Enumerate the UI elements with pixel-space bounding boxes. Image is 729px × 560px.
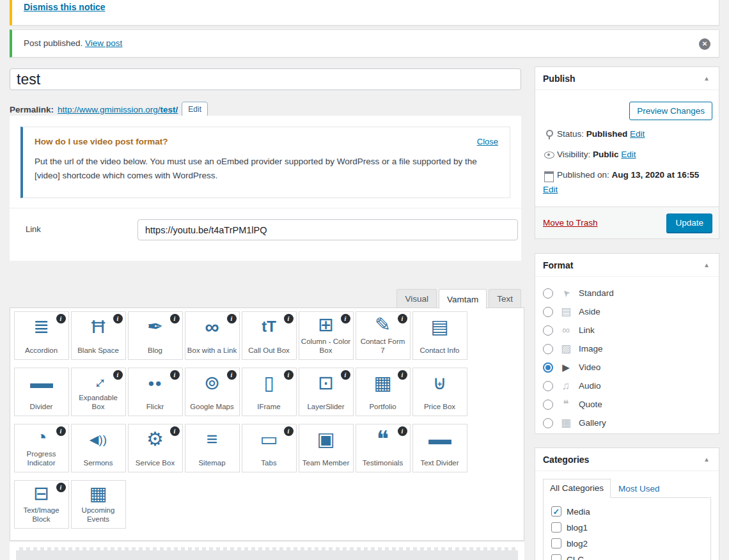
collapse-arrow-icon[interactable] bbox=[702, 74, 711, 83]
help-close-link[interactable]: Close bbox=[477, 137, 498, 146]
format-option[interactable]: ▤ Aside bbox=[543, 302, 711, 321]
builder-tile[interactable]: ⊡ LayerSlider bbox=[299, 368, 354, 416]
builder-tile[interactable]: ▬ Text Divider bbox=[412, 424, 467, 472]
checkbox[interactable] bbox=[551, 538, 561, 548]
edit-link[interactable]: Edit bbox=[621, 150, 636, 159]
info-icon[interactable] bbox=[284, 314, 294, 323]
permalink-url[interactable]: http://www.gmimission.org/test/ bbox=[58, 105, 178, 114]
checkbox[interactable] bbox=[551, 522, 561, 533]
info-icon[interactable] bbox=[398, 314, 407, 323]
post-content-area[interactable] bbox=[10, 542, 524, 560]
radio-button[interactable] bbox=[543, 400, 553, 410]
tab-all-categories[interactable]: All Categories bbox=[543, 479, 611, 498]
category-item[interactable]: blog2 bbox=[551, 538, 710, 548]
info-icon[interactable] bbox=[341, 314, 350, 323]
builder-tile[interactable]: ✎ Contact Form 7 bbox=[356, 311, 411, 360]
info-icon[interactable] bbox=[284, 370, 294, 380]
edit-link[interactable]: Edit bbox=[543, 185, 558, 194]
builder-tile[interactable]: ↔ Expandable Box bbox=[71, 368, 126, 416]
info-icon[interactable] bbox=[56, 314, 66, 323]
builder-tile[interactable]: ≡ Sitemap bbox=[185, 424, 240, 472]
collapse-arrow-icon[interactable] bbox=[702, 260, 711, 270]
info-icon[interactable] bbox=[170, 370, 180, 380]
info-icon[interactable] bbox=[398, 426, 407, 436]
tab-most-used[interactable]: Most Used bbox=[611, 480, 668, 497]
builder-tile[interactable]: ∞ Box with a Link bbox=[185, 311, 240, 360]
info-icon[interactable] bbox=[227, 314, 237, 323]
builder-tile[interactable]: ▯ IFrame bbox=[242, 368, 297, 416]
builder-tile[interactable]: ⊚ Google Maps bbox=[185, 368, 240, 416]
editor-tab[interactable]: Vamtam bbox=[439, 289, 487, 309]
link-icon: ∞ bbox=[559, 325, 573, 336]
radio-button[interactable] bbox=[543, 362, 553, 373]
builder-tile[interactable]: ◀)) Sermons bbox=[71, 424, 126, 472]
row-value: Aug 13, 2020 at 16:55 bbox=[612, 170, 700, 180]
dismiss-notice-link[interactable]: Dismiss this notice bbox=[24, 2, 106, 12]
tile-label: Google Maps bbox=[188, 398, 235, 416]
radio-button[interactable] bbox=[543, 307, 553, 317]
radio-button[interactable] bbox=[543, 288, 553, 299]
row-label: Status: bbox=[557, 129, 584, 139]
info-icon[interactable] bbox=[398, 370, 407, 380]
format-option[interactable]: ▶ Video bbox=[543, 358, 711, 377]
video-link-input[interactable] bbox=[137, 219, 518, 240]
tile-label: Column - Color Box bbox=[299, 338, 353, 359]
info-icon[interactable] bbox=[113, 370, 123, 380]
format-option[interactable]: ▨ Image bbox=[543, 339, 711, 358]
row-label: Visibility: bbox=[557, 150, 590, 159]
builder-tile[interactable]: ▦ Portfolio bbox=[356, 368, 411, 416]
info-icon[interactable] bbox=[341, 370, 350, 380]
tile-label: Sermons bbox=[81, 454, 114, 472]
collapse-arrow-icon[interactable] bbox=[702, 455, 711, 464]
builder-tile[interactable]: ◔ Progress Indicator bbox=[14, 424, 69, 472]
format-option[interactable]: ∞ Link bbox=[543, 321, 711, 339]
radio-button[interactable] bbox=[543, 344, 553, 354]
builder-tile[interactable]: ▬ Divider bbox=[14, 368, 69, 416]
builder-tile[interactable]: ▦ Upcoming Events bbox=[71, 480, 126, 529]
preview-changes-button[interactable]: Preview Changes bbox=[629, 102, 712, 120]
format-option[interactable]: ▦ Gallery bbox=[543, 414, 711, 432]
info-icon[interactable] bbox=[170, 314, 180, 323]
info-icon[interactable] bbox=[284, 426, 294, 436]
info-icon[interactable] bbox=[227, 370, 237, 380]
radio-button[interactable] bbox=[543, 381, 553, 391]
format-option[interactable]: ❝ Quote bbox=[543, 395, 711, 414]
checkbox[interactable] bbox=[551, 506, 561, 517]
pushpin-icon: ➤ bbox=[558, 285, 574, 301]
builder-tile[interactable]: ⚙ Service Box bbox=[128, 424, 183, 472]
info-icon[interactable] bbox=[113, 314, 123, 323]
tile-label: Divider bbox=[28, 398, 55, 416]
edit-link[interactable]: Edit bbox=[630, 129, 645, 139]
info-icon[interactable] bbox=[170, 426, 180, 436]
builder-tile[interactable]: ▤ Contact Info bbox=[412, 311, 467, 360]
close-icon[interactable] bbox=[699, 38, 710, 50]
builder-tile[interactable]: ●● Flickr bbox=[128, 368, 183, 416]
info-icon[interactable] bbox=[56, 483, 66, 492]
category-item[interactable]: Media bbox=[551, 506, 710, 517]
view-post-link[interactable]: View post bbox=[85, 38, 122, 48]
builder-tile[interactable]: ⊎ Price Box bbox=[412, 368, 467, 416]
builder-tile[interactable]: ❝ Testimoni­als bbox=[356, 424, 411, 472]
format-option[interactable]: ➤ Standard bbox=[543, 284, 711, 302]
editor-tab[interactable]: Text bbox=[489, 289, 521, 308]
post-title-input[interactable] bbox=[10, 68, 521, 90]
update-button[interactable]: Update bbox=[666, 214, 712, 233]
builder-tile[interactable]: ▭ Tabs bbox=[242, 424, 297, 472]
category-item[interactable]: CLC bbox=[551, 554, 710, 560]
category-item[interactable]: blog1 bbox=[551, 522, 710, 533]
edit-permalink-button[interactable]: Edit bbox=[182, 102, 208, 117]
builder-tile[interactable]: ≣ Accordion bbox=[14, 311, 69, 360]
info-icon[interactable] bbox=[56, 426, 66, 436]
radio-button[interactable] bbox=[543, 325, 553, 336]
builder-tile[interactable]: ✒ Blog bbox=[128, 311, 183, 360]
radio-button[interactable] bbox=[543, 418, 553, 428]
builder-tile[interactable]: ⊞ Column - Color Box bbox=[299, 311, 354, 360]
builder-tile[interactable]: ▣ Team Member bbox=[299, 424, 354, 472]
checkbox[interactable] bbox=[551, 554, 561, 560]
format-option[interactable]: ♫ Audio bbox=[543, 377, 711, 395]
move-to-trash-link[interactable]: Move to Trash bbox=[543, 218, 598, 228]
builder-tile[interactable]: Ħ Blank Space bbox=[71, 311, 126, 360]
editor-tab[interactable]: Visual bbox=[396, 289, 437, 308]
builder-tile[interactable]: ⊟ Text/Image Block bbox=[14, 480, 69, 529]
builder-tile[interactable]: tT Call Out Box bbox=[242, 311, 297, 360]
